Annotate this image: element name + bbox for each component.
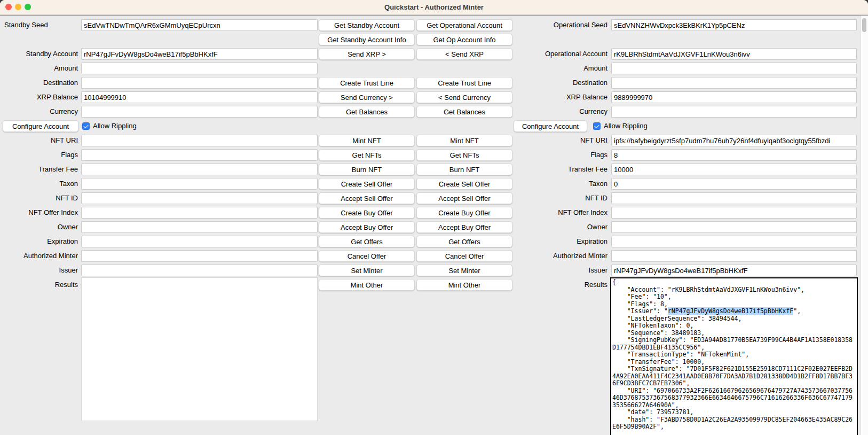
operational-accept-sell-offer-button[interactable]: Accept Sell Offer (416, 192, 512, 204)
checkmark-icon (594, 123, 599, 128)
operational-currency-input[interactable] (611, 106, 857, 118)
operational-account-input[interactable] (611, 48, 857, 60)
standby-account-input[interactable] (81, 48, 318, 60)
standby-expiration-label: Expiration (0, 236, 78, 247)
standby-taxon-input[interactable] (81, 178, 318, 190)
operational-nft-id-input[interactable] (611, 192, 857, 204)
standby-owner-input[interactable] (81, 221, 318, 233)
get-operational-account-button[interactable]: Get Operational Account (416, 19, 512, 31)
operational-get-balances-button[interactable]: Get Balances (416, 106, 512, 118)
standby-nft-offer-index-input[interactable] (81, 207, 318, 219)
operational-get-offers-button[interactable]: Get Offers (416, 236, 512, 247)
operational-create-buy-offer-button[interactable]: Create Buy Offer (416, 207, 512, 219)
standby-mint-nft-button[interactable]: Mint NFT (319, 135, 415, 146)
standby-results-label: Results (0, 279, 78, 291)
standby-seed-input[interactable] (81, 19, 318, 31)
get-standby-account-button[interactable]: Get Standby Account (319, 19, 415, 31)
operational-mint-nft-button[interactable]: Mint NFT (416, 135, 512, 146)
operational-owner-input[interactable] (611, 221, 857, 233)
operational-seed-input[interactable] (611, 19, 857, 31)
operational-destination-input[interactable] (611, 77, 857, 89)
standby-issuer-label: Issuer (0, 265, 78, 276)
standby-amount-label: Amount (0, 63, 78, 74)
operational-configure-account-button[interactable]: Configure Account (514, 120, 587, 132)
send-xrp-left-button[interactable]: < Send XRP (416, 48, 512, 60)
operational-authorized-minter-label: Authorized Minter (512, 250, 607, 262)
get-standby-account-info-button[interactable]: Get Standby Account Info (319, 34, 415, 45)
standby-destination-input[interactable] (81, 77, 318, 89)
operational-amount-input[interactable] (611, 63, 857, 74)
operational-taxon-input[interactable] (611, 178, 857, 190)
operational-nft-uri-input[interactable] (611, 135, 857, 146)
operational-allow-rippling-label: Allow Rippling (604, 120, 648, 132)
standby-accept-sell-offer-button[interactable]: Accept Sell Offer (319, 192, 415, 204)
operational-cancel-offer-button[interactable]: Cancel Offer (416, 250, 512, 262)
results-selected-text: rNP47gJFvDyW8gsDo4weB17if5pBbHKxfF (668, 307, 793, 315)
send-xrp-right-button[interactable]: Send XRP > (319, 48, 415, 60)
operational-transfer-fee-input[interactable] (611, 164, 857, 175)
standby-get-offers-button[interactable]: Get Offers (319, 236, 415, 247)
operational-accept-buy-offer-button[interactable]: Accept Buy Offer (416, 221, 512, 233)
standby-transfer-fee-input[interactable] (81, 164, 318, 175)
standby-burn-nft-button[interactable]: Burn NFT (319, 164, 415, 175)
operational-owner-label: Owner (512, 221, 607, 233)
standby-cancel-offer-button[interactable]: Cancel Offer (319, 250, 415, 262)
operational-create-sell-offer-button[interactable]: Create Sell Offer (416, 178, 512, 190)
vertical-scrollbar[interactable] (861, 15, 868, 435)
standby-issuer-input[interactable] (81, 265, 318, 276)
standby-create-sell-offer-button[interactable]: Create Sell Offer (319, 178, 415, 190)
standby-currency-input[interactable] (81, 106, 318, 118)
standby-xrp-balance-input[interactable] (81, 91, 318, 103)
operational-set-minter-button[interactable]: Set Minter (416, 265, 512, 276)
operational-create-trust-line-button[interactable]: Create Trust Line (416, 77, 512, 89)
standby-nft-uri-input[interactable] (81, 135, 318, 146)
send-currency-right-button[interactable]: Send Currency > (319, 91, 415, 103)
standby-accept-buy-offer-button[interactable]: Accept Buy Offer (319, 221, 415, 233)
operational-get-nfts-button[interactable]: Get NFTs (416, 149, 512, 161)
operational-authorized-minter-input[interactable] (611, 250, 857, 262)
standby-owner-label: Owner (0, 221, 78, 233)
operational-transfer-fee-label: Transfer Fee (512, 164, 607, 175)
operational-burn-nft-button[interactable]: Burn NFT (416, 164, 512, 175)
main-content: Standby Seed Standby Account Amount Dest… (0, 15, 868, 435)
standby-set-minter-button[interactable]: Set Minter (319, 265, 415, 276)
standby-authorized-minter-label: Authorized Minter (0, 250, 78, 262)
standby-xrp-balance-label: XRP Balance (0, 91, 78, 103)
operational-nft-offer-index-input[interactable] (611, 207, 857, 219)
operational-allow-rippling-checkbox[interactable] (593, 122, 601, 130)
standby-create-buy-offer-button[interactable]: Create Buy Offer (319, 207, 415, 219)
app-window: Quickstart - Authorized Minter Standby S… (0, 0, 868, 435)
standby-currency-label: Currency (0, 106, 78, 118)
operational-xrp-balance-input[interactable] (611, 91, 857, 103)
standby-amount-input[interactable] (81, 63, 318, 74)
standby-account-label: Standby Account (0, 48, 78, 60)
standby-get-balances-button[interactable]: Get Balances (319, 106, 415, 118)
standby-authorized-minter-input[interactable] (81, 250, 318, 262)
operational-account-label: Operational Account (512, 48, 607, 60)
standby-flags-input[interactable] (81, 149, 318, 161)
operational-results-output[interactable]: { "Account": "rK9LBRhStdmtAaVdJXGVF1LnKW… (610, 277, 858, 435)
operational-xrp-balance-label: XRP Balance (512, 91, 607, 103)
send-currency-left-button[interactable]: < Send Currency (416, 91, 512, 103)
operational-amount-label: Amount (512, 63, 607, 74)
standby-mint-other-button[interactable]: Mint Other (319, 279, 415, 291)
operational-issuer-input[interactable] (611, 265, 857, 276)
get-op-account-info-button[interactable]: Get Op Account Info (416, 34, 512, 45)
scrollbar-thumb[interactable] (862, 18, 866, 32)
standby-nft-uri-label: NFT URI (0, 135, 78, 146)
operational-currency-label: Currency (512, 106, 607, 118)
operational-results-label: Results (512, 279, 607, 291)
operational-mint-other-button[interactable]: Mint Other (416, 279, 512, 291)
standby-results-output[interactable] (81, 277, 318, 421)
operational-expiration-input[interactable] (611, 236, 857, 247)
standby-allow-rippling-checkbox[interactable] (82, 122, 90, 130)
operational-flags-input[interactable] (611, 149, 857, 161)
standby-configure-account-button[interactable]: Configure Account (3, 120, 78, 132)
operational-issuer-label: Issuer (512, 265, 607, 276)
checkmark-icon (83, 123, 88, 128)
standby-create-trust-line-button[interactable]: Create Trust Line (319, 77, 415, 89)
standby-expiration-input[interactable] (81, 236, 318, 247)
standby-nft-id-input[interactable] (81, 192, 318, 204)
standby-get-nfts-button[interactable]: Get NFTs (319, 149, 415, 161)
standby-flags-label: Flags (0, 149, 78, 161)
